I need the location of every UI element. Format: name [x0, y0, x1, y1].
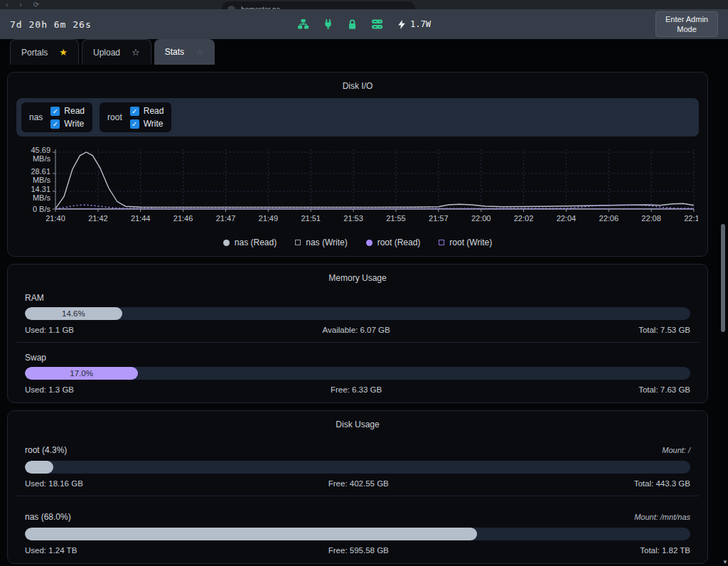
- legend-dot-icon: [223, 240, 230, 246]
- forward-icon[interactable]: ›: [19, 1, 21, 9]
- tab-stats[interactable]: Stats ☆: [154, 39, 215, 65]
- power-value: 1.7W: [410, 19, 431, 29]
- total-value: Total: 7.53 GB: [638, 326, 690, 334]
- panel-title: Disk Usage: [16, 418, 699, 437]
- total-value: Total: 1.82 TB: [640, 546, 690, 555]
- free-value: Free: 595.58 GB: [328, 546, 389, 555]
- svg-text:MB/s: MB/s: [33, 176, 51, 184]
- nas-disk-bar-fill: [25, 528, 477, 540]
- svg-text:22:10: 22:10: [684, 214, 698, 223]
- svg-text:21:53: 21:53: [343, 214, 363, 223]
- panel-title: Memory Usage: [16, 272, 699, 290]
- svg-text:22:00: 22:00: [471, 214, 491, 223]
- checkbox-checked-icon[interactable]: ✓: [50, 119, 60, 129]
- tab-portals[interactable]: Portals ★: [10, 39, 79, 65]
- star-outline-icon[interactable]: ☆: [132, 47, 140, 58]
- status-bar: 7d 20h 6m 26s 1.7W Enter Admin Mode: [0, 9, 728, 39]
- svg-text:21:51: 21:51: [301, 214, 321, 223]
- legend-item[interactable]: root (Read): [366, 237, 421, 247]
- nas-read-checkbox-row[interactable]: ✓ Read: [50, 106, 85, 116]
- svg-text:22:08: 22:08: [641, 214, 661, 223]
- mount-point: Mount: /: [662, 446, 690, 454]
- ram-row: RAM 14.6% Used: 1.1 GB Available: 6.07 G…: [16, 290, 699, 343]
- scroll-down-icon[interactable]: ▼: [722, 559, 728, 565]
- svg-text:21:55: 21:55: [386, 214, 406, 223]
- svg-text:MB/s: MB/s: [33, 154, 51, 163]
- server-stack-icon: [371, 18, 383, 30]
- mount-point: Mount: /mnt/nas: [634, 513, 690, 521]
- root-disk-bar-fill: [25, 461, 53, 474]
- disk-io-panel: Disk I/O nas ✓ Read ✓ Write root: [7, 72, 708, 257]
- root-read-checkbox-row[interactable]: ✓ Read: [130, 106, 164, 116]
- url-bar[interactable]: homestar.pa: [222, 1, 415, 9]
- back-icon[interactable]: ‹: [6, 1, 8, 9]
- star-filled-icon[interactable]: ★: [59, 47, 68, 58]
- ram-bar-fill: 14.6%: [25, 307, 122, 320]
- svg-text:22:06: 22:06: [599, 214, 619, 223]
- disk-io-chart: 21:4021:4221:4421:4621:4721:4921:5121:53…: [16, 144, 699, 232]
- svg-text:28.61: 28.61: [31, 167, 50, 176]
- enter-admin-mode-button[interactable]: Enter Admin Mode: [655, 11, 718, 38]
- disk-usage-panel: Disk Usage root (4.3%) Mount: / Used: 18…: [7, 410, 708, 564]
- scrollbar-thumb[interactable]: [721, 224, 725, 332]
- star-outline-icon[interactable]: ☆: [196, 47, 204, 58]
- svg-text:21:42: 21:42: [88, 214, 108, 223]
- scrollbar[interactable]: [720, 70, 726, 566]
- svg-text:21:57: 21:57: [429, 214, 449, 223]
- checkbox-checked-icon[interactable]: ✓: [130, 119, 139, 129]
- bar-label: RAM: [25, 293, 690, 303]
- checkbox-checked-icon[interactable]: ✓: [50, 107, 60, 116]
- checkbox-label: Write: [144, 119, 164, 129]
- reload-icon[interactable]: ⟳: [33, 1, 39, 9]
- used-value: Used: 1.3 GB: [25, 385, 74, 394]
- svg-text:MB/s: MB/s: [33, 193, 51, 202]
- swap-bar: 17.0%: [25, 367, 690, 380]
- nas-disk-bar: [25, 528, 690, 540]
- percent-label: 14.6%: [62, 309, 85, 318]
- legend-label: root (Write): [449, 237, 492, 247]
- lock-icon: [347, 18, 358, 30]
- root-write-checkbox-row[interactable]: ✓ Write: [130, 119, 164, 129]
- svg-text:21:46: 21:46: [173, 214, 193, 223]
- disk-root-row: root (4.3%) Mount: / Used: 18.16 GB Free…: [16, 437, 699, 496]
- nas-write-checkbox-row[interactable]: ✓ Write: [50, 119, 85, 129]
- browser-chrome: ‹ › ⟳ homestar.pa: [0, 0, 728, 9]
- checkbox-checked-icon[interactable]: ✓: [130, 107, 139, 116]
- legend-square-icon: [439, 240, 444, 245]
- svg-text:21:40: 21:40: [46, 214, 65, 223]
- main-content: Disk I/O nas ✓ Read ✓ Write root: [0, 65, 728, 566]
- checkbox-label: Read: [144, 106, 164, 116]
- swap-bar-fill: 17.0%: [25, 367, 138, 380]
- free-value: Free: 402.55 GB: [328, 479, 389, 488]
- legend-label: nas (Write): [306, 237, 347, 247]
- legend-item[interactable]: nas (Write): [295, 237, 347, 247]
- total-value: Total: 443.3 GB: [634, 479, 690, 488]
- used-value: Used: 18.16 GB: [25, 479, 83, 488]
- available-value: Available: 6.07 GB: [323, 326, 390, 334]
- legend-item[interactable]: root (Write): [439, 237, 492, 247]
- svg-text:22:02: 22:02: [514, 214, 534, 223]
- svg-text:14.31: 14.31: [31, 185, 50, 193]
- tab-bar: Portals ★ Upload ☆ Stats ☆: [0, 39, 728, 65]
- bar-label: nas (68.0%): [25, 512, 71, 522]
- svg-text:22:04: 22:04: [557, 214, 577, 223]
- svg-text:21:47: 21:47: [216, 214, 236, 223]
- svg-text:45.69: 45.69: [31, 146, 50, 154]
- power-indicator: 1.7W: [397, 19, 431, 30]
- tab-upload[interactable]: Upload ☆: [82, 39, 151, 65]
- tab-label: Portals: [21, 48, 48, 58]
- disk-nas-row: nas (68.0%) Mount: /mnt/nas Used: 1.24 T…: [16, 503, 699, 555]
- tab-label: Upload: [93, 48, 120, 58]
- tab-label: Stats: [165, 47, 184, 57]
- legend-item[interactable]: nas (Read): [223, 237, 277, 247]
- bar-label: Swap: [25, 353, 690, 363]
- legend-label: root (Read): [378, 237, 421, 247]
- used-value: Used: 1.24 TB: [25, 546, 77, 555]
- percent-label: 17.0%: [70, 369, 93, 378]
- legend-dot-icon: [366, 240, 373, 246]
- disk-io-filter-strip: nas ✓ Read ✓ Write root ✓: [16, 98, 699, 137]
- filter-card-nas: nas ✓ Read ✓ Write: [21, 102, 92, 132]
- svg-text:0 B/s: 0 B/s: [33, 205, 51, 213]
- chart-legend: nas (Read)nas (Write)root (Read)root (Wr…: [16, 232, 699, 247]
- root-disk-bar: [25, 461, 690, 474]
